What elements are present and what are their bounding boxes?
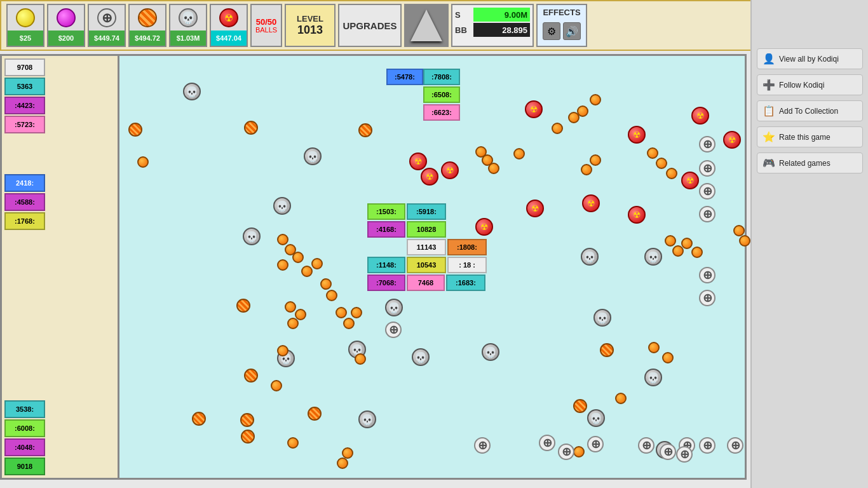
left-tile-4: 2418:: [4, 174, 45, 192]
view-all-icon: 👤: [763, 53, 775, 65]
upgrades-btn[interactable]: UPGRADES: [338, 4, 402, 47]
plus-target-2: ⊕: [699, 160, 715, 177]
orange-9: [647, 147, 658, 159]
game-tile-6: :4168:: [367, 221, 405, 238]
left-tile-10: 9018: [4, 458, 45, 475]
orange-21: [320, 278, 332, 290]
left-tile-7: 3538:: [4, 400, 45, 418]
plus-target-11: ⊕: [587, 436, 604, 452]
plus-target-17: ⊕: [727, 437, 743, 454]
plus-target-8: ⊕: [474, 437, 491, 454]
nuke-10: ☢: [681, 172, 699, 189]
nuke-9: ☢: [691, 107, 709, 125]
striped-ball-icon: [138, 8, 157, 27]
left-tile-1: 5363: [4, 78, 45, 95]
plus-target-9: ⊕: [539, 435, 555, 451]
skull-2: 💀: [273, 197, 291, 215]
skull-11: 💀: [587, 409, 605, 427]
orange-15: [277, 234, 288, 245]
orange-20: [311, 258, 323, 269]
orange-35: [615, 393, 627, 404]
orange-34: [337, 458, 348, 469]
striped-9: [240, 413, 254, 427]
rate-game-btn[interactable]: ⭐ Rate this game: [757, 126, 863, 147]
left-tile-9: :4048:: [4, 438, 45, 456]
view-all-btn[interactable]: 👤 View all by Kodiqi: [757, 48, 863, 69]
orange-27: [343, 318, 355, 329]
plus-target-5: ⊕: [699, 267, 715, 283]
pink-ball-icon: [57, 8, 76, 27]
orange-8: [568, 112, 580, 123]
orange-19: [301, 266, 313, 277]
money-bb-value: 28.895: [473, 23, 530, 37]
game-tile-12: : 18 :: [447, 257, 487, 273]
striped-4: [600, 343, 614, 357]
effects-sound-icon[interactable]: 🔊: [563, 22, 581, 40]
follow-btn[interactable]: ➕ Follow Kodiqi: [757, 74, 863, 95]
money-s-bar: 9.00M: [473, 8, 530, 22]
skull-5: 💀: [581, 248, 599, 266]
orange-10: [656, 158, 667, 169]
fifty-label: 50/50: [256, 18, 277, 26]
ball-striped-btn[interactable]: $494.72: [128, 4, 166, 47]
game-tile-11: 10543: [407, 257, 446, 273]
related-games-btn[interactable]: 🎮 Related games: [757, 152, 863, 173]
game-tile-4: :1503:: [367, 203, 405, 220]
orange-7: [552, 123, 563, 134]
nuclear-ball-cost: $447.04: [211, 30, 247, 46]
skull-1: 💀: [183, 83, 201, 100]
fifty-sub: BALLS: [255, 26, 277, 34]
game-tile-13: :7068:: [367, 274, 405, 291]
add-collection-btn[interactable]: 📋 Add To Collection: [757, 100, 863, 121]
skull-entity-2: 💀: [243, 227, 261, 245]
striped-1: [128, 123, 142, 137]
add-collection-label: Add To Collection: [779, 107, 838, 116]
game-tile-10: :1148:: [367, 257, 405, 273]
game-field[interactable]: :5478: :7808: :6508: :6623: :1503: :5918…: [118, 54, 747, 480]
ball-pink-btn[interactable]: $200: [47, 4, 85, 47]
plus-target-15: ⊕: [699, 437, 715, 454]
game-tile-5: :5918:: [407, 203, 446, 220]
skull-10: 💀: [644, 369, 662, 386]
left-tile-6: :1768:: [4, 212, 45, 230]
money-display: S 9.00M BB 28.895: [451, 4, 534, 47]
nuclear-ball-icon: ☢: [219, 8, 238, 27]
plus-target-12: ⊕: [638, 437, 654, 454]
nuke-4: ☢: [526, 200, 544, 217]
skull-ball-icon: 💀: [179, 8, 198, 27]
orange-14: [137, 156, 149, 168]
orange-12: [590, 154, 601, 166]
ball-nuclear-btn[interactable]: ☢ $447.04: [210, 4, 248, 47]
game-tile-3: :6623:: [423, 104, 460, 121]
effects-settings-icon[interactable]: ⚙: [543, 22, 560, 40]
striped-7: [244, 369, 258, 383]
orange-4: [513, 148, 525, 159]
orange-30: [355, 353, 366, 365]
ball-skull-btn[interactable]: 💀 $1.03M: [169, 4, 207, 47]
nuke-6: ☢: [628, 206, 646, 224]
skull-3: 💀: [304, 147, 322, 165]
orange-28: [351, 307, 362, 318]
add-collection-icon: 📋: [763, 105, 775, 117]
ball-plus-btn[interactable]: ⊕ $449.74: [88, 4, 126, 47]
left-tile-8: :6008:: [4, 419, 45, 437]
yellow-ball-cost: $25: [8, 30, 43, 46]
striped-11: [241, 430, 255, 444]
orange-43: [739, 235, 750, 247]
follow-label: Follow Kodiqi: [779, 81, 824, 90]
orange-17: [292, 252, 304, 263]
striped-2: [244, 121, 258, 135]
game-tile-15: :1683:: [446, 274, 485, 291]
effects-label: EFFECTS: [538, 5, 586, 20]
orange-22: [326, 290, 337, 301]
ball-yellow-btn[interactable]: $25: [6, 4, 44, 47]
nuke-11: ☢: [723, 131, 741, 149]
money-bb-number: 28.895: [502, 25, 527, 35]
orange-26: [336, 307, 347, 318]
pink-ball-cost: $200: [48, 30, 84, 46]
fifty-fifty-btn[interactable]: 50/50 BALLS: [250, 4, 282, 47]
rank-arrow-icon: [410, 10, 442, 41]
skull-6: 💀: [412, 348, 430, 366]
orange-31: [271, 380, 282, 391]
skull-entity-center: 💀: [385, 299, 403, 316]
